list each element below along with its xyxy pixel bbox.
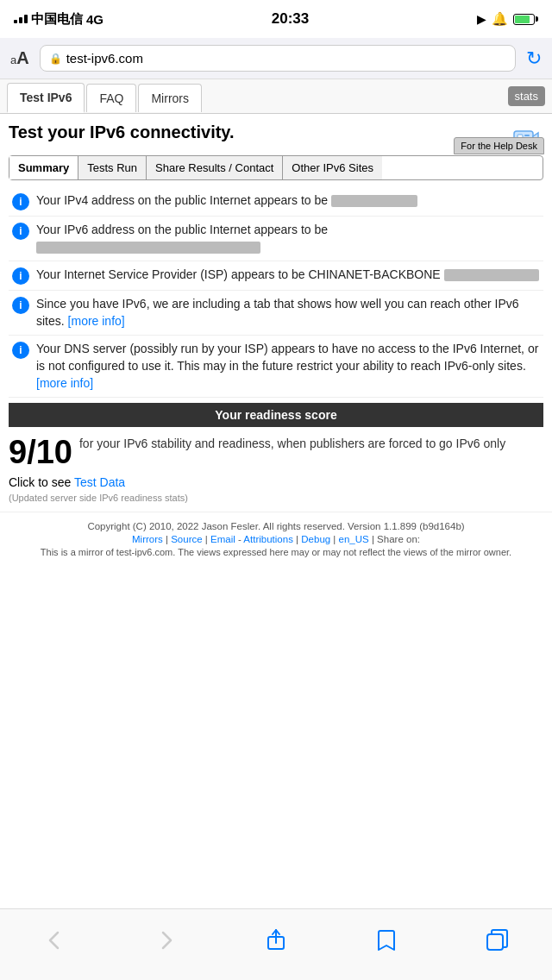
status-bar: 中国电信 4G 20:33 ▶ 🔔 bbox=[0, 0, 552, 38]
browser-tab-bar: Test IPv6 FAQ Mirrors stats bbox=[0, 79, 552, 114]
click-to-see-text: Click to see bbox=[9, 475, 71, 489]
stats-button[interactable]: stats bbox=[508, 86, 545, 106]
info-item-isp: i Your Internet Service Provider (ISP) a… bbox=[9, 261, 543, 291]
ipv4-address bbox=[331, 195, 417, 207]
more-info-link-2[interactable]: [more info] bbox=[36, 376, 93, 390]
score-number: 9/10 bbox=[9, 436, 72, 468]
info-item-ipv4: i Your IPv4 address on the public Intern… bbox=[9, 187, 543, 217]
footer-link-debug[interactable]: Debug bbox=[301, 534, 330, 544]
test-data-row: Click to see Test Data bbox=[9, 472, 543, 493]
updated-text: (Updated server side IPv6 readiness stat… bbox=[9, 493, 543, 503]
url-bar[interactable]: 🔒 test-ipv6.com bbox=[40, 45, 516, 72]
isp-text: Your Internet Service Provider (ISP) app… bbox=[36, 267, 444, 281]
sub-tab-tests-run[interactable]: Tests Run bbox=[78, 156, 147, 179]
battery-icon bbox=[513, 14, 538, 25]
page-title: Test your IPv6 connectivity. bbox=[9, 122, 235, 142]
score-row: 9/10 for your IPv6 stability and readine… bbox=[9, 432, 543, 472]
info-icon-4: i bbox=[12, 297, 29, 314]
footer: Copyright (C) 2010, 2022 Jason Fesler. A… bbox=[0, 512, 552, 566]
ipv6-text: Your IPv6 address on the public Internet… bbox=[36, 223, 328, 236]
ipv6-address bbox=[36, 242, 260, 254]
browser-bar: aA 🔒 test-ipv6.com ↻ bbox=[0, 38, 552, 79]
footer-link-source[interactable]: Source bbox=[171, 534, 202, 544]
sub-tab-bar: For the Help Desk Summary Tests Run Shar… bbox=[9, 155, 543, 180]
info-list: i Your IPv4 address on the public Intern… bbox=[9, 187, 543, 398]
readiness-score-label: Your readiness score bbox=[9, 403, 543, 427]
share-on-text: | Share on: bbox=[372, 534, 420, 544]
copyright-text: Copyright (C) 2010, 2022 Jason Fesler. A… bbox=[9, 521, 543, 531]
sub-tab-summary[interactable]: Summary bbox=[9, 156, 78, 179]
info-icon-3: i bbox=[12, 267, 29, 285]
svg-rect-2 bbox=[524, 135, 530, 136]
url-text: test-ipv6.com bbox=[66, 51, 143, 66]
time-display: 20:33 bbox=[272, 10, 309, 27]
font-size-control[interactable]: aA bbox=[10, 48, 29, 68]
ipv4-text: Your IPv4 address on the public Internet… bbox=[36, 193, 331, 207]
tab-faq[interactable]: FAQ bbox=[86, 84, 136, 112]
tab-test-ipv6[interactable]: Test IPv6 bbox=[7, 83, 85, 113]
sub-tab-share-results[interactable]: Share Results / Contact bbox=[147, 156, 283, 179]
footer-mirror-notice: This is a mirror of test-ipv6.com. The v… bbox=[9, 547, 543, 557]
info-icon-5: i bbox=[12, 342, 29, 359]
lock-icon: 🔒 bbox=[49, 53, 62, 65]
info-icon-1: i bbox=[12, 193, 29, 210]
dns-text: Your DNS server (possibly run by your IS… bbox=[36, 342, 538, 373]
network-type: 4G bbox=[86, 12, 104, 27]
reload-button[interactable]: ↻ bbox=[526, 47, 542, 70]
help-desk-button[interactable]: For the Help Desk bbox=[454, 137, 544, 154]
info-item-ipv6: i Your IPv6 address on the public Intern… bbox=[9, 217, 543, 261]
signal-icon bbox=[14, 15, 28, 23]
footer-link-email[interactable]: Email bbox=[210, 534, 235, 544]
carrier-label: 中国电信 bbox=[31, 11, 83, 28]
footer-link-locale[interactable]: en_US bbox=[339, 534, 369, 544]
sub-tab-other-ipv6[interactable]: Other IPv6 Sites bbox=[283, 156, 382, 179]
info-item-dns: i Your DNS server (possibly run by your … bbox=[9, 336, 543, 398]
info-item-ipv6-tab: i Since you have IPv6, we are including … bbox=[9, 291, 543, 336]
isp-id bbox=[444, 269, 539, 281]
more-info-link-1[interactable]: [more info] bbox=[68, 314, 125, 328]
alarm-icon: 🔔 bbox=[492, 11, 508, 27]
font-big-label: A bbox=[16, 48, 28, 67]
footer-link-attributions[interactable]: Attributions bbox=[243, 534, 293, 544]
test-data-link[interactable]: Test Data bbox=[74, 475, 125, 489]
location-icon: ▶ bbox=[477, 12, 486, 26]
tab-mirrors[interactable]: Mirrors bbox=[138, 84, 202, 112]
score-description: for your IPv6 stability and readiness, w… bbox=[79, 436, 505, 453]
footer-link-mirrors[interactable]: Mirrors bbox=[132, 534, 163, 544]
info-icon-2: i bbox=[12, 223, 29, 240]
